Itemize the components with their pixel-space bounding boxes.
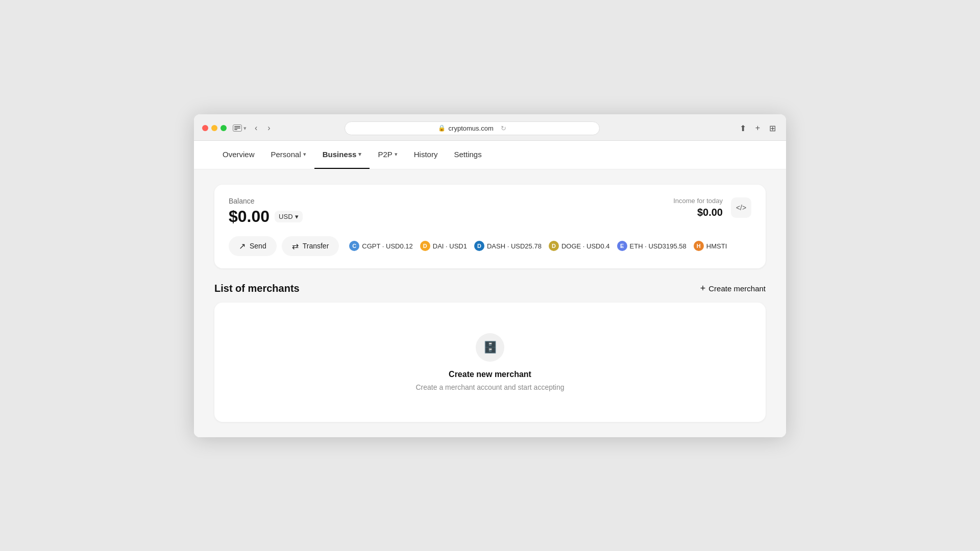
dai-icon: D: [420, 241, 430, 251]
code-button[interactable]: </>: [731, 197, 751, 218]
balance-label: Balance: [229, 197, 303, 205]
refresh-icon[interactable]: ↻: [501, 124, 506, 132]
income-amount: $0.00: [673, 207, 723, 218]
eth-icon: E: [617, 241, 627, 251]
income-label: Income for today: [673, 197, 723, 205]
doge-icon: D: [549, 241, 559, 251]
stripe-1: [234, 126, 240, 127]
send-button[interactable]: ↗ Send: [229, 236, 277, 256]
top-nav: Overview Personal ▾ Business ▾ P2P ▾ His…: [194, 141, 786, 169]
merchant-create-desc: Create a merchant account and start acce…: [415, 383, 564, 391]
grid-button[interactable]: ⊞: [767, 122, 778, 134]
balance-amount-row: $0.00 USD ▾: [229, 207, 303, 226]
browser-chrome: ▾ ‹ › 🔒 cryptomus.com ↻ ⬆ + ⊞: [194, 114, 786, 141]
stripe-3: [234, 129, 237, 130]
close-button[interactable]: [202, 125, 208, 131]
create-merchant-button[interactable]: + Create merchant: [700, 283, 766, 294]
merchant-empty-icon: 🗄️: [476, 333, 504, 362]
dash-icon: D: [474, 241, 484, 251]
transfer-button[interactable]: ⇄ Transfer: [282, 236, 339, 256]
code-icon: </>: [736, 204, 746, 212]
share-button[interactable]: ⬆: [738, 122, 748, 134]
forward-button[interactable]: ›: [265, 122, 272, 134]
balance-amount: $0.00: [229, 207, 270, 226]
coin-eth: E ETH · USD3195.58: [617, 241, 687, 251]
minimize-button[interactable]: [211, 125, 217, 131]
balance-right: Income for today $0.00 </>: [673, 197, 751, 218]
nav-p2p[interactable]: P2P ▾: [370, 141, 405, 169]
balance-info: Balance $0.00 USD ▾: [229, 197, 303, 226]
sidebar-toggle-button[interactable]: ▾: [233, 124, 247, 132]
merchants-empty-card: 🗄️ Create new merchant Create a merchant…: [214, 303, 766, 422]
nav-overview[interactable]: Overview: [214, 141, 263, 169]
coin-dash: D DASH · USD25.78: [474, 241, 542, 251]
coin-doge: D DOGE · USD0.4: [549, 241, 610, 251]
nav-settings[interactable]: Settings: [446, 141, 489, 169]
cgpt-icon: C: [349, 241, 359, 251]
new-tab-button[interactable]: +: [753, 122, 762, 134]
url-text: cryptomus.com: [449, 124, 494, 132]
business-chevron-icon: ▾: [358, 151, 361, 158]
merchants-header: List of merchants + Create merchant: [214, 283, 766, 294]
currency-selector[interactable]: USD ▾: [275, 211, 302, 222]
income-section: Income for today $0.00: [673, 197, 723, 218]
send-icon: ↗: [239, 241, 246, 251]
hmsti-icon: H: [694, 241, 704, 251]
traffic-lights: [202, 125, 227, 131]
browser-actions: ⬆ + ⊞: [738, 122, 778, 134]
address-bar[interactable]: 🔒 cryptomus.com ↻: [345, 121, 600, 135]
merchant-create-title: Create new merchant: [449, 370, 531, 379]
nav-history[interactable]: History: [406, 141, 446, 169]
balance-top: Balance $0.00 USD ▾ Income for today: [229, 197, 751, 226]
chevron-down-icon: ▾: [243, 125, 247, 132]
nav-business[interactable]: Business ▾: [314, 141, 370, 169]
maximize-button[interactable]: [220, 125, 227, 131]
personal-chevron-icon: ▾: [303, 151, 306, 158]
merchants-title: List of merchants: [214, 283, 300, 294]
main-content: Balance $0.00 USD ▾ Income for today: [194, 169, 786, 437]
nav-personal[interactable]: Personal ▾: [263, 141, 314, 169]
balance-card: Balance $0.00 USD ▾ Income for today: [214, 185, 766, 268]
back-button[interactable]: ‹: [253, 122, 259, 134]
coin-ticker-scroll: C CGPT · USD0.12 D DAI · USD1 D DASH · U…: [349, 241, 751, 251]
currency-chevron-icon: ▾: [295, 213, 299, 220]
page-content: Overview Personal ▾ Business ▾ P2P ▾ His…: [194, 141, 786, 437]
plus-icon: +: [700, 283, 706, 294]
lock-icon: 🔒: [438, 124, 446, 132]
coin-cgpt: C CGPT · USD0.12: [349, 241, 412, 251]
sidebar-icon: [233, 124, 242, 132]
coin-hmsti: H HMSTI: [694, 241, 727, 251]
stripe-2: [234, 128, 240, 129]
coin-dai: D DAI · USD1: [420, 241, 467, 251]
browser-window: ▾ ‹ › 🔒 cryptomus.com ↻ ⬆ + ⊞ Overview P…: [194, 114, 786, 437]
transfer-icon: ⇄: [292, 241, 299, 251]
balance-actions: ↗ Send ⇄ Transfer C CGPT · USD0.12 D: [229, 236, 751, 256]
p2p-chevron-icon: ▾: [395, 151, 398, 158]
